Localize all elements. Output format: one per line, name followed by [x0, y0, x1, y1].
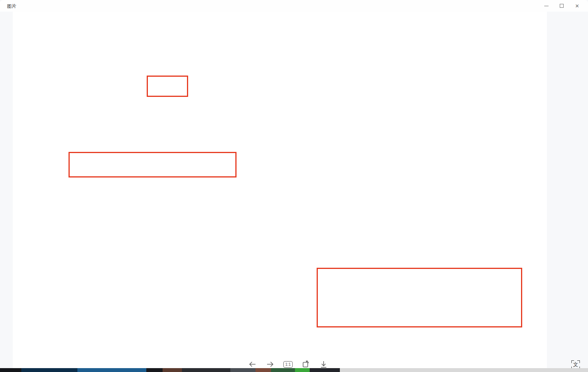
one-to-one-icon: 1:1 [283, 361, 293, 368]
download-icon [319, 360, 328, 369]
close-icon: ✕ [575, 3, 579, 9]
viewer-background-left [0, 12, 13, 368]
viewer-background-right [547, 12, 588, 368]
minimize-icon [544, 6, 549, 6]
image-content [13, 12, 547, 368]
extract-text-icon: 文 [571, 360, 580, 369]
maximize-button[interactable] [554, 0, 569, 12]
close-button[interactable]: ✕ [569, 0, 585, 12]
arrow-left-icon [248, 360, 257, 369]
titlebar: 图片 ✕ [0, 0, 588, 12]
rotate-icon [301, 360, 310, 369]
taskbar-strip [0, 368, 588, 372]
window-controls: ✕ [538, 0, 585, 12]
minimize-button[interactable] [538, 0, 554, 12]
maximize-icon [560, 4, 564, 8]
arrow-right-icon [266, 360, 274, 369]
window-title: 图片 [7, 3, 16, 10]
